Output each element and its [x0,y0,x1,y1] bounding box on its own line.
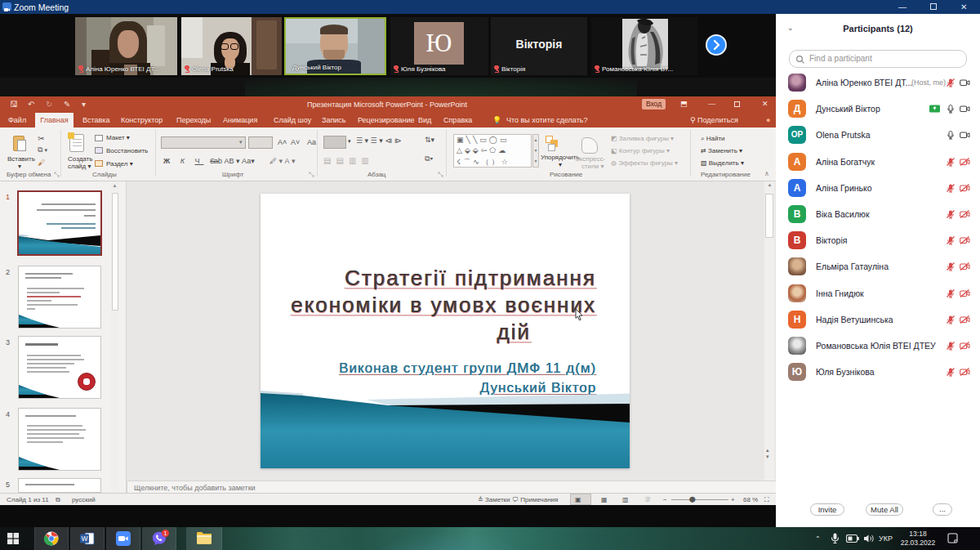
svg-text:W: W [81,534,87,543]
